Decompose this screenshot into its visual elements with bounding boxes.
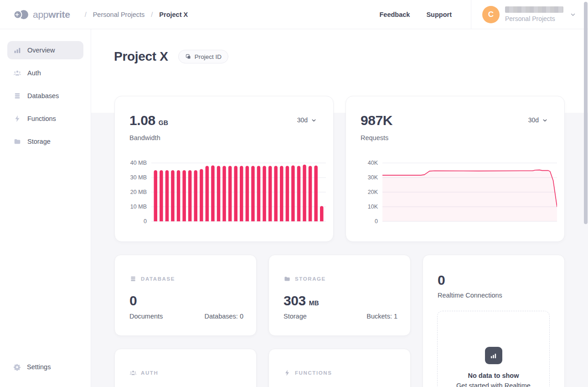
appwrite-logo-icon [13,9,29,21]
realtime-empty-state: No data to show Get started with Realtim… [437,311,550,387]
sidebar-item-label: Settings [27,363,51,371]
feedback-link[interactable]: Feedback [380,11,410,18]
sidebar-item-databases[interactable]: Databases [7,87,83,105]
requests-range-select[interactable]: 30d [528,116,548,124]
sidebar-item-settings[interactable]: Settings [7,358,83,376]
breadcrumb-separator: / [151,11,153,18]
lightning-icon [284,369,291,377]
empty-chart-icon [485,347,502,364]
sidebar-item-storage[interactable]: Storage [7,132,83,151]
lightning-icon [13,115,21,123]
databases-count-label: Databases: 0 [205,313,243,320]
documents-label: Documents [129,313,163,320]
storage-card-header: STORAGE [295,276,326,282]
auth-card: AUTH [114,349,257,387]
chevron-down-icon [542,117,548,123]
sidebar-item-label: Overview [27,47,55,54]
range-value: 30d [297,116,308,124]
range-value: 30d [528,116,539,124]
sidebar: Overview Auth Databases Functions Storag… [0,29,91,387]
requests-label: Requests [361,134,388,141]
bandwidth-card: 1.08 GB Bandwidth 30d 010 MB20 MB30 MB40… [114,96,334,242]
sidebar-item-label: Auth [27,69,41,77]
account-name-redacted [505,6,563,13]
storage-unit: MB [309,299,319,307]
bandwidth-label: Bandwidth [129,134,160,141]
project-id-badge-label: Project ID [195,53,222,60]
realtime-connections-label: Realtime Connections [438,292,502,299]
storage-card: STORAGE 303 MB Storage Buckets: 1 [268,255,411,336]
copy-icon [185,53,191,60]
appwrite-console: appwrite / Personal Projects / Project X… [0,0,588,387]
folder-icon [284,275,291,282]
storage-label: Storage [284,313,307,320]
database-card: DATABASE 0 Documents Databases: 0 [114,255,257,336]
breadcrumb-separator: / [85,11,87,18]
appwrite-logo[interactable]: appwrite [13,9,70,21]
folder-icon [13,137,21,146]
account-org-label: Personal Projects [505,15,563,22]
project-id-badge[interactable]: Project ID [178,50,228,63]
sidebar-item-label: Functions [27,115,56,122]
functions-card: FUNCTIONS [268,349,411,387]
requests-card: 987K Requests 30d 010K20K30K40K [346,96,565,242]
y-axis-labels: 010 MB20 MB30 MB40 MB [128,159,147,228]
account-menu-button[interactable]: C Personal Projects [471,0,588,29]
breadcrumb: / Personal Projects / Project X [85,11,188,18]
storage-value: 303 [284,293,306,309]
top-header: appwrite / Personal Projects / Project X… [0,0,588,29]
support-link[interactable]: Support [426,11,452,18]
database-card-header: DATABASE [141,276,175,282]
appwrite-wordmark: appwrite [33,9,70,20]
bandwidth-unit: GB [159,119,168,126]
database-icon [13,92,21,100]
auth-card-header: AUTH [141,370,158,376]
vertical-scrollbar[interactable] [584,2,588,224]
avatar: C [482,6,500,23]
buckets-count-label: Buckets: 1 [366,313,397,320]
requests-chart: 010K20K30K40K [359,159,557,228]
bandwidth-chart-plot [151,159,326,228]
breadcrumb-parent[interactable]: Personal Projects [93,11,145,18]
chevron-down-icon [311,117,317,123]
gear-icon [13,363,21,371]
requests-chart-plot [382,159,557,228]
users-icon [13,69,21,77]
realtime-connections-count: 0 [438,272,445,288]
bar-chart-icon [13,46,21,54]
database-icon [129,275,137,282]
sidebar-item-overview[interactable]: Overview [7,41,83,59]
sidebar-item-label: Storage [27,138,51,145]
get-started-realtime-link[interactable]: Get started with Realtime [456,382,531,387]
no-data-text: No data to show [468,372,519,379]
main-content: Project X Project ID 1.08 GB Bandwidth 3… [91,29,588,387]
users-icon [129,369,137,377]
sidebar-item-auth[interactable]: Auth [7,64,83,82]
documents-count: 0 [129,293,137,309]
sidebar-item-label: Databases [27,92,59,99]
bandwidth-value: 1.08 [129,113,155,128]
y-axis-labels: 010K20K30K40K [359,159,378,228]
bandwidth-chart: 010 MB20 MB30 MB40 MB [128,159,326,228]
sidebar-item-functions[interactable]: Functions [7,110,83,128]
functions-card-header: FUNCTIONS [295,370,332,376]
breadcrumb-current: Project X [159,11,188,18]
realtime-card: 0 Realtime Connections No data to show G… [423,255,565,387]
account-info: Personal Projects [505,6,563,22]
bandwidth-range-select[interactable]: 30d [297,116,317,124]
page-title: Project X [114,49,168,64]
requests-value: 987K [361,113,392,128]
chevron-down-icon [570,11,576,18]
